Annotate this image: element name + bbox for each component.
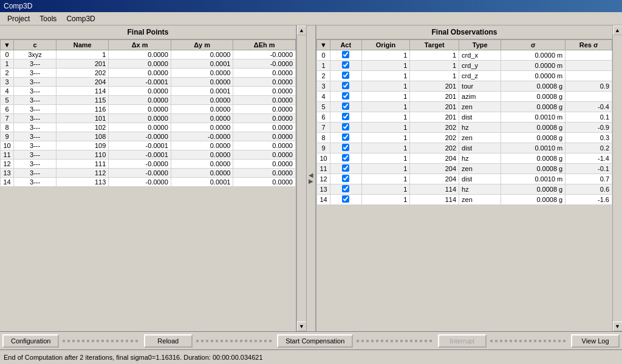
left-row-name: 114 [56, 87, 109, 96]
right-row-origin: 1 [361, 123, 410, 133]
right-row-act[interactable] [330, 143, 362, 153]
menu-tools[interactable]: Tools [35, 13, 61, 24]
right-row-act[interactable] [330, 123, 362, 133]
right-row-idx: 2 [317, 71, 330, 81]
right-row-origin: 1 [361, 184, 410, 195]
left-table-row: 8 3--- 102 0.0000 0.0000 0.0000 [1, 123, 296, 132]
right-panel-header: Final Observations [316, 25, 612, 39]
act-checkbox[interactable] [342, 103, 349, 110]
left-row-dx: -0.0000 [109, 169, 171, 178]
lh-dropdown[interactable]: ▼ [1, 40, 14, 50]
right-scrollbar[interactable]: ▲ ▼ [612, 25, 622, 331]
right-row-sigma: 0.0000 m [501, 71, 566, 81]
right-table-row: 10 1 204 hz 0.0008 g -1.4 [317, 153, 612, 164]
right-row-act[interactable] [330, 195, 362, 205]
act-checkbox[interactable] [342, 154, 349, 161]
left-row-name: 115 [56, 96, 109, 105]
left-table-row: 2 3--- 202 0.0000 0.0000 0.0000 [1, 69, 296, 78]
right-row-idx: 13 [317, 184, 330, 195]
left-row-dx: -0.0000 [109, 132, 171, 141]
act-checkbox[interactable] [342, 185, 349, 192]
reload-button[interactable]: Reload [144, 334, 193, 348]
right-row-resso: 0.3 [566, 133, 612, 143]
right-row-act[interactable] [330, 153, 362, 164]
act-checkbox[interactable] [342, 113, 349, 120]
left-table-row: 11 3--- 110 -0.0001 0.0000 0.0000 [1, 150, 296, 160]
right-row-idx: 14 [317, 195, 330, 205]
left-row-idx: 12 [1, 160, 14, 169]
right-row-origin: 1 [361, 143, 410, 153]
act-checkbox[interactable] [342, 72, 349, 79]
right-row-act[interactable] [330, 81, 362, 92]
right-row-sigma: 0.0008 g [501, 92, 566, 102]
right-row-target: 1 [410, 71, 459, 81]
interrupt-button[interactable]: Interrupt [438, 334, 487, 348]
left-panel-header: Final Points [0, 25, 296, 39]
left-row-deh: 0.0000 [233, 160, 296, 169]
left-row-name: 116 [56, 105, 109, 114]
right-row-act[interactable] [330, 61, 362, 71]
left-row-dx: -0.0001 [109, 141, 171, 150]
right-row-resso: 0.7 [566, 174, 612, 184]
right-row-act[interactable] [330, 92, 362, 102]
menu-project[interactable]: Project [2, 13, 35, 24]
right-row-act[interactable] [330, 184, 362, 195]
act-checkbox[interactable] [342, 82, 349, 89]
right-table-row: 9 1 202 dist 0.0010 m 0.2 [317, 143, 612, 153]
button-bar: Configuration Reload Start Compensation … [0, 331, 622, 349]
scroll-down-right[interactable]: ▼ [613, 322, 623, 331]
scroll-up-right[interactable]: ▲ [613, 25, 623, 35]
rh-type: Type [459, 40, 501, 50]
act-checkbox[interactable] [342, 123, 349, 130]
left-row-name: 204 [56, 78, 109, 87]
right-row-type: zen [459, 195, 501, 205]
right-row-target: 114 [410, 195, 459, 205]
right-row-act[interactable] [330, 174, 362, 184]
right-row-target: 201 [410, 102, 459, 112]
act-checkbox[interactable] [342, 175, 349, 182]
left-row-name: 101 [56, 114, 109, 123]
scroll-up-left[interactable]: ▲ [297, 25, 307, 35]
act-checkbox[interactable] [342, 195, 349, 203]
left-row-deh: 0.0000 [233, 69, 296, 78]
right-row-sigma: 0.0008 g [501, 184, 566, 195]
left-scrollbar[interactable]: ▲ ▼ [296, 25, 306, 331]
act-checkbox[interactable] [342, 164, 349, 172]
left-row-idx: 11 [1, 150, 14, 160]
act-checkbox[interactable] [342, 92, 349, 99]
right-row-type: azim [459, 92, 501, 102]
act-checkbox[interactable] [342, 144, 349, 151]
right-row-act[interactable] [330, 71, 362, 81]
rh-dropdown[interactable]: ▼ [317, 40, 330, 50]
scroll-down-left[interactable]: ▼ [297, 322, 307, 331]
panel-divider[interactable]: ◀ ▶ [306, 25, 316, 331]
right-row-act[interactable] [330, 50, 362, 61]
arrow-right: ▶ [309, 178, 313, 184]
left-row-idx: 6 [1, 105, 14, 114]
right-row-act[interactable] [330, 164, 362, 174]
right-row-type: dist [459, 174, 501, 184]
left-table: ▼ c Name Δx m Δy m ΔEh m 0 3xyz 1 0.0000… [0, 39, 296, 187]
status-bar: End of Computation after 2 iterations, f… [0, 349, 622, 364]
right-row-act[interactable] [330, 133, 362, 143]
right-row-act[interactable] [330, 112, 362, 123]
right-row-type: hz [459, 123, 501, 133]
configuration-button[interactable]: Configuration [2, 334, 59, 348]
menu-comp3d[interactable]: Comp3D [61, 13, 100, 24]
right-row-target: 204 [410, 153, 459, 164]
left-row-name: 113 [56, 178, 109, 187]
right-row-resso: 0.6 [566, 184, 612, 195]
act-checkbox[interactable] [342, 133, 349, 141]
left-row-c: 3--- [14, 141, 56, 150]
right-row-resso: -1.6 [566, 195, 612, 205]
left-row-dy: 0.0000 [171, 105, 233, 114]
view-log-button[interactable]: View Log [571, 334, 620, 348]
right-row-idx: 0 [317, 50, 330, 61]
act-checkbox[interactable] [342, 61, 349, 69]
right-row-target: 204 [410, 174, 459, 184]
rh-sigma: σ [501, 40, 566, 50]
act-checkbox[interactable] [342, 51, 349, 58]
rh-resso: Res σ [566, 40, 612, 50]
start-compensation-button[interactable]: Start Compensation [277, 334, 353, 348]
right-row-act[interactable] [330, 102, 362, 112]
